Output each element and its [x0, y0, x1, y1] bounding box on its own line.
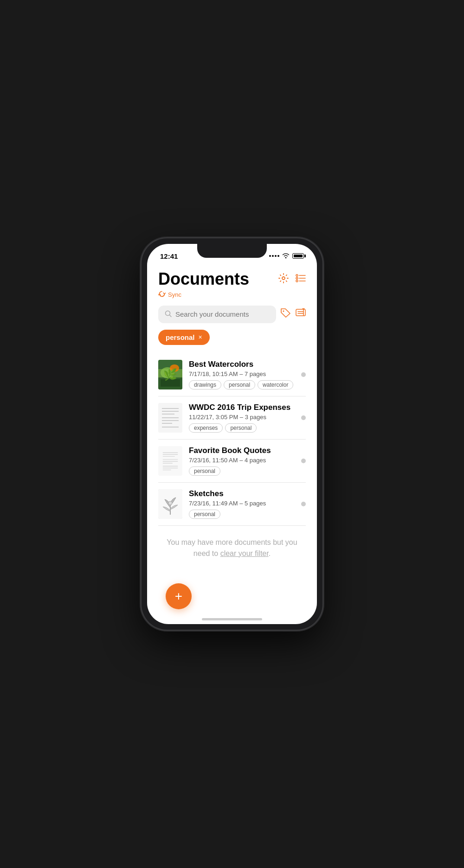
doc-indicator-wwdc	[301, 415, 306, 420]
document-item-sketches[interactable]: Sketches 7/23/16, 11:49 AM – 5 pages per…	[158, 483, 306, 526]
list-options-button[interactable]	[296, 274, 306, 286]
page-header: Documents Sync	[158, 264, 306, 299]
doc-meta-sketches: 7/23/16, 11:49 AM – 5 pages	[189, 500, 295, 507]
tag-personal: personal	[224, 380, 255, 389]
doc-thumb-quotes	[158, 446, 182, 476]
search-input[interactable]	[175, 310, 270, 318]
doc-info-watercolors: Best Watercolors 7/17/18, 10:15 AM – 7 p…	[189, 360, 295, 389]
svg-point-17	[161, 367, 174, 378]
doc-thumb-sketches	[158, 489, 182, 519]
tag-personal-sketches: personal	[189, 510, 220, 519]
doc-info-sketches: Sketches 7/23/16, 11:49 AM – 5 pages per…	[189, 489, 295, 519]
doc-tags-quotes: personal	[189, 466, 295, 476]
tag-filter-button[interactable]	[281, 308, 291, 320]
doc-meta-watercolors: 7/17/18, 10:15 AM – 7 pages	[189, 370, 295, 377]
search-input-wrap[interactable]	[158, 306, 276, 323]
svg-rect-19	[161, 379, 180, 387]
doc-meta-wwdc: 11/22/17, 3:05 PM – 3 pages	[189, 414, 295, 421]
header-actions	[278, 270, 306, 287]
doc-tags-sketches: personal	[189, 510, 295, 519]
tag-expenses: expenses	[189, 423, 223, 433]
filter-row: personal ×	[158, 330, 306, 345]
doc-title-quotes: Favorite Book Quotes	[189, 446, 295, 455]
tag-personal-quotes: personal	[189, 466, 220, 476]
doc-thumb-wwdc	[158, 403, 182, 433]
home-indicator	[202, 618, 262, 620]
signal-icon	[269, 255, 279, 257]
sync-icon	[158, 290, 166, 299]
doc-indicator-sketches	[301, 502, 306, 506]
filter-chip-dismiss[interactable]: ×	[199, 333, 202, 341]
tag-drawings: drawings	[189, 380, 221, 389]
sort-button[interactable]	[296, 308, 306, 320]
phone-screen: 12:41	[147, 244, 317, 624]
svg-rect-10	[296, 309, 305, 316]
doc-meta-quotes: 7/23/16, 11:50 AM – 4 pages	[189, 457, 295, 464]
svg-point-9	[283, 311, 284, 312]
search-icon	[165, 310, 172, 319]
add-document-button[interactable]: +	[166, 583, 192, 609]
filter-note-suffix: .	[269, 549, 271, 557]
header-left: Documents Sync	[158, 270, 249, 299]
battery-icon	[292, 253, 304, 259]
doc-tags-wwdc: expenses personal	[189, 423, 295, 433]
phone-frame: 12:41	[142, 238, 322, 630]
tag-watercolor: watercolor	[258, 380, 293, 389]
page-title: Documents	[158, 270, 249, 288]
status-icons	[269, 253, 304, 260]
doc-indicator-watercolors	[301, 372, 306, 377]
svg-point-18	[170, 364, 179, 372]
doc-title-watercolors: Best Watercolors	[189, 360, 295, 369]
svg-point-1	[296, 274, 298, 276]
doc-thumb-watercolors	[158, 360, 182, 389]
sync-label: Sync	[168, 291, 181, 298]
filter-chip-label: personal	[166, 333, 195, 341]
svg-point-0	[282, 277, 285, 280]
settings-button[interactable]	[278, 273, 289, 287]
svg-point-3	[296, 280, 298, 282]
search-row	[158, 306, 306, 323]
document-item-watercolors[interactable]: Best Watercolors 7/17/18, 10:15 AM – 7 p…	[158, 353, 306, 396]
active-filter-chip[interactable]: personal ×	[158, 330, 210, 345]
svg-point-2	[296, 277, 298, 279]
document-item-quotes[interactable]: Favorite Book Quotes 7/23/16, 11:50 AM –…	[158, 440, 306, 483]
filter-note: You may have more documents but you need…	[158, 537, 306, 559]
wifi-icon	[282, 253, 290, 260]
sync-row[interactable]: Sync	[158, 290, 249, 299]
doc-indicator-quotes	[301, 459, 306, 463]
search-actions	[281, 308, 306, 320]
doc-info-wwdc: WWDC 2016 Trip Expenses 11/22/17, 3:05 P…	[189, 403, 295, 433]
app-content: Documents Sync	[147, 264, 317, 624]
document-list: Best Watercolors 7/17/18, 10:15 AM – 7 p…	[158, 353, 306, 526]
status-time: 12:41	[160, 252, 178, 260]
svg-point-40	[168, 501, 172, 505]
doc-title-sketches: Sketches	[189, 489, 295, 498]
svg-line-8	[170, 315, 172, 317]
document-item-wwdc[interactable]: WWDC 2016 Trip Expenses 11/22/17, 3:05 P…	[158, 396, 306, 440]
doc-info-quotes: Favorite Book Quotes 7/23/16, 11:50 AM –…	[189, 446, 295, 476]
tag-personal-wwdc: personal	[225, 423, 257, 433]
clear-filter-link[interactable]: clear your filter	[220, 549, 269, 557]
notch	[197, 244, 267, 258]
doc-tags-watercolors: drawings personal watercolor	[189, 380, 295, 389]
doc-title-wwdc: WWDC 2016 Trip Expenses	[189, 403, 295, 412]
